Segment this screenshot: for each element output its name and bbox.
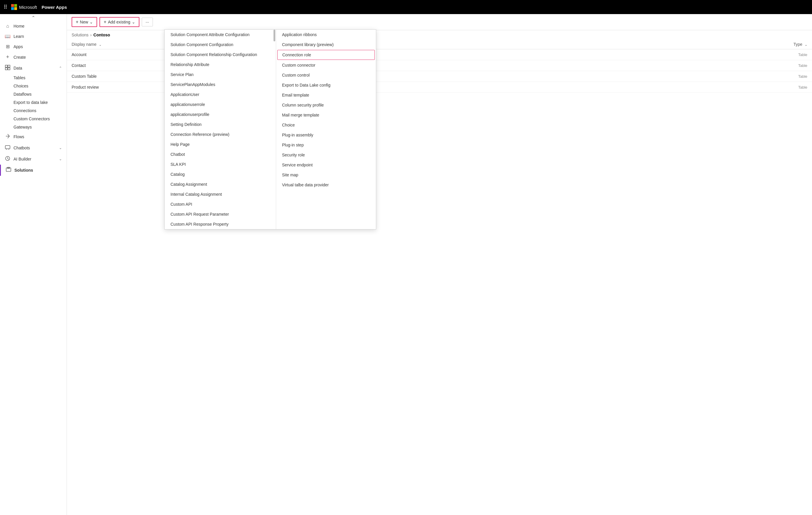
waffle-icon[interactable]: ⠿	[3, 4, 7, 10]
add-plus-icon: +	[104, 19, 106, 25]
apps-icon: ⊞	[5, 44, 10, 49]
dropdown-item-email-template[interactable]: Email template	[276, 90, 376, 100]
svg-rect-1	[14, 4, 17, 7]
sidebar-label-flows: Flows	[13, 134, 62, 139]
sidebar-sub-choices[interactable]: Choices	[0, 82, 67, 90]
dropdown-item[interactable]: Chatbot	[165, 149, 276, 159]
sidebar-item-apps[interactable]: ⊞ Apps	[0, 41, 67, 52]
dropdown-item[interactable]: Help Page	[165, 139, 276, 149]
row-account-type: Table	[798, 53, 807, 57]
dropdown-item-connection-role[interactable]: Connection role	[277, 50, 375, 60]
dropdown-item[interactable]: Catalog Assignment	[165, 179, 276, 189]
row-contact-type: Table	[798, 63, 807, 68]
dropdown-item-security-role[interactable]: Security role	[276, 150, 376, 160]
sidebar-item-solutions[interactable]: Solutions	[0, 165, 67, 176]
solutions-icon	[6, 167, 11, 173]
add-existing-label: Add existing	[108, 20, 130, 24]
dropdown-item[interactable]: Relationship Attribute	[165, 60, 276, 69]
dropdown-item[interactable]: Connection Reference (preview)	[165, 130, 276, 139]
dropdown-item[interactable]: Solution Component Relationship Configur…	[165, 50, 276, 60]
svg-rect-0	[11, 4, 14, 7]
svg-rect-5	[8, 65, 10, 67]
sidebar-item-create[interactable]: + Create	[0, 52, 67, 62]
dropdown-item[interactable]: Solution Component Attribute Configurati…	[165, 30, 276, 39]
dropdown-item[interactable]: Internal Catalog Assignment	[165, 189, 276, 199]
dropdown-item[interactable]: SLA KPI	[165, 159, 276, 169]
dropdown-item-plugin-assembly[interactable]: Plug-in assembly	[276, 130, 376, 140]
chatbots-icon	[5, 145, 10, 151]
add-existing-button[interactable]: + Add existing ⌄	[99, 17, 139, 27]
sidebar-label-learn: Learn	[13, 34, 62, 39]
sidebar-item-flows[interactable]: Flows	[0, 131, 67, 142]
svg-rect-6	[5, 68, 7, 70]
sidebar-sub-connections[interactable]: Connections	[0, 107, 67, 115]
more-button[interactable]: ···	[142, 18, 153, 26]
svg-rect-7	[8, 68, 10, 70]
new-chevron-icon: ⌄	[89, 20, 93, 24]
dropdown-col-1: Solution Component Attribute Configurati…	[165, 30, 276, 229]
topbar-app-label: Power Apps	[42, 5, 67, 10]
toolbar: + New ⌄ + Add existing ⌄ ···	[67, 14, 812, 30]
dropdown-item[interactable]: Custom API Request Parameter	[165, 209, 276, 219]
sidebar-sub-gateways[interactable]: Gateways	[0, 123, 67, 131]
sidebar-sub-export[interactable]: Export to data lake	[0, 98, 67, 107]
data-chevron-icon: ⌃	[59, 66, 62, 70]
new-button-label: New	[80, 20, 88, 24]
home-icon: ⌂	[5, 24, 10, 29]
sidebar-label-solutions: Solutions	[14, 168, 62, 173]
dropdown-item[interactable]: ApplicationUser	[165, 89, 276, 99]
ai-builder-chevron-icon: ⌄	[59, 157, 62, 161]
dropdown-item[interactable]: applicationuserprofile	[165, 110, 276, 119]
dropdown-item-mail-merge[interactable]: Mail merge template	[276, 110, 376, 120]
row-custom-table-type: Table	[798, 74, 807, 79]
sidebar-item-chatbots[interactable]: Chatbots ⌄	[0, 142, 67, 153]
dropdown-item-export-datalake[interactable]: Export to Data Lake config	[276, 80, 376, 90]
sidebar-sub-tables[interactable]: Tables	[0, 74, 67, 82]
sidebar-scroll-up[interactable]: ⌃	[0, 14, 67, 21]
sidebar-item-learn[interactable]: 📖 Learn	[0, 31, 67, 41]
dropdown-item-custom-control[interactable]: Custom control	[276, 70, 376, 80]
sidebar-label-ai-builder: AI Builder	[13, 157, 56, 162]
dropdown-item[interactable]: ServicePlanAppModules	[165, 80, 276, 89]
dropdown-item-choice[interactable]: Choice	[276, 120, 376, 130]
sidebar-item-home[interactable]: ⌂ Home	[0, 21, 67, 31]
sidebar-label-chatbots: Chatbots	[13, 146, 56, 150]
sidebar-sub-dataflows[interactable]: Dataflows	[0, 90, 67, 98]
row-product-review-type: Table	[798, 85, 807, 89]
dropdown-col-2: Application ribbons Component library (p…	[276, 30, 376, 229]
sidebar-item-data[interactable]: Data ⌃	[0, 62, 67, 74]
dropdown-item[interactable]: Setting Definition	[165, 119, 276, 130]
col-type-header[interactable]: Type ⌄	[793, 42, 807, 47]
ai-builder-icon	[5, 156, 10, 162]
dropdown-item-plugin-step[interactable]: Plug-in step	[276, 140, 376, 150]
dropdown-item[interactable]: Service Plan	[165, 69, 276, 80]
dropdown-item[interactable]: applicationuserrole	[165, 99, 276, 110]
dropdown-item-virtual-table[interactable]: Virtual talbe data provider	[276, 180, 376, 190]
brand-logo: Microsoft	[11, 4, 37, 10]
dropdown-item-site-map[interactable]: Site map	[276, 170, 376, 180]
topbar-brand-label: Microsoft	[19, 5, 37, 10]
sidebar-label-home: Home	[13, 24, 62, 28]
sidebar-sub-custom-connectors[interactable]: Custom Connectors	[0, 115, 67, 123]
sidebar-label-data: Data	[13, 66, 56, 70]
chatbots-chevron-icon: ⌄	[59, 146, 62, 150]
topbar: ⠿ Microsoft Power Apps	[0, 0, 812, 14]
dropdown-item[interactable]: Solution Component Configuration	[165, 39, 276, 50]
flows-icon	[5, 134, 10, 140]
sidebar-label-apps: Apps	[13, 44, 62, 49]
svg-rect-4	[5, 65, 7, 67]
dropdown-item[interactable]: Custom API Response Property	[165, 219, 276, 229]
svg-rect-3	[14, 7, 17, 10]
dropdown-item-custom-connector[interactable]: Custom connector	[276, 60, 376, 70]
sidebar-item-ai-builder[interactable]: AI Builder ⌄	[0, 153, 67, 165]
dropdown-item-column-security[interactable]: Column security profile	[276, 100, 376, 110]
breadcrumb-current: Contoso	[93, 33, 110, 37]
learn-icon: 📖	[5, 33, 10, 39]
dropdown-item-component-library[interactable]: Component library (preview)	[276, 39, 376, 50]
dropdown-item[interactable]: Custom API	[165, 199, 276, 209]
breadcrumb-parent[interactable]: Solutions	[71, 33, 89, 37]
new-button[interactable]: + New ⌄	[71, 17, 97, 27]
dropdown-item-service-endpoint[interactable]: Service endpoint	[276, 160, 376, 170]
dropdown-item[interactable]: Catalog	[165, 169, 276, 179]
dropdown-item-app-ribbons[interactable]: Application ribbons	[276, 30, 376, 39]
